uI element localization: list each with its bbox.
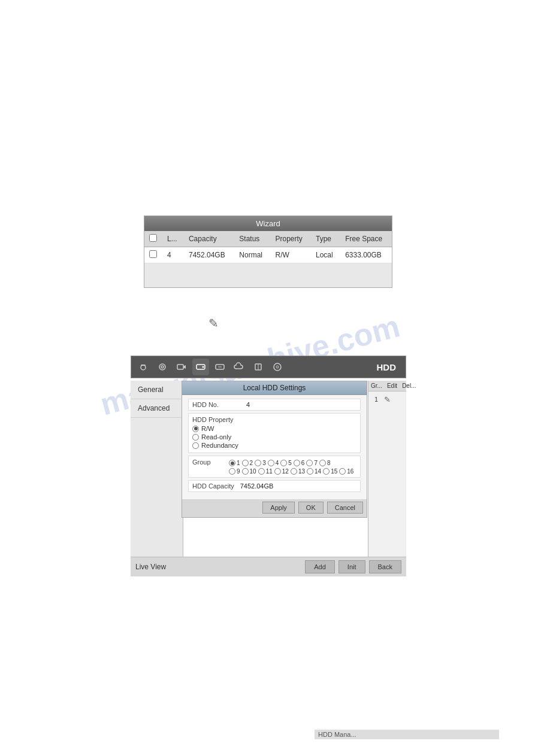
- hdd-no-value: 4: [246, 401, 250, 408]
- group-8-radio[interactable]: [319, 460, 326, 466]
- group-radio-16[interactable]: 16: [339, 468, 353, 475]
- svg-rect-3: [177, 365, 183, 369]
- readonly-radio-row[interactable]: Read-only: [192, 433, 356, 441]
- group-radio-3[interactable]: 3: [255, 460, 266, 466]
- dialog-buttons: Apply OK Cancel: [182, 499, 367, 517]
- group-15-label: 15: [331, 468, 337, 475]
- group-9-radio[interactable]: [229, 468, 235, 475]
- video-icon[interactable]: [173, 359, 190, 375]
- group-radio-2[interactable]: 2: [242, 460, 253, 466]
- local-hdd-dialog: Local HDD Settings HDD No. 4 HDD Propert…: [182, 381, 367, 518]
- group-radio-10[interactable]: 10: [242, 468, 256, 475]
- row-property: R/W: [270, 247, 310, 263]
- group-9-label: 9: [237, 468, 240, 475]
- group-radio-15[interactable]: 15: [323, 468, 337, 475]
- readonly-radio[interactable]: [192, 434, 199, 441]
- hdd-property-section: HDD Property R/W Read-only Redundancy: [188, 413, 361, 453]
- group-radio-11[interactable]: 11: [258, 468, 273, 475]
- group-radio-14[interactable]: 14: [307, 468, 321, 475]
- camera-icon[interactable]: [135, 359, 152, 375]
- row-checkbox[interactable]: [144, 247, 162, 263]
- group-radio-13[interactable]: 13: [291, 468, 305, 475]
- group-radio-5[interactable]: 5: [280, 460, 292, 466]
- row-select-checkbox[interactable]: [149, 250, 157, 258]
- disk-icon[interactable]: [269, 359, 286, 375]
- init-button[interactable]: Init: [338, 560, 365, 573]
- local-hdd-title: Local HDD Settings: [182, 381, 367, 395]
- group-12-label: 12: [282, 468, 289, 475]
- local-hdd-body: HDD No. 4 HDD Property R/W Read-only Red…: [182, 395, 367, 499]
- back-button[interactable]: Back: [369, 560, 401, 573]
- ok-button[interactable]: OK: [298, 502, 324, 514]
- group-radio-4[interactable]: 4: [268, 460, 279, 466]
- apply-button[interactable]: Apply: [262, 502, 295, 514]
- group-3-radio[interactable]: [255, 460, 261, 466]
- group-10-label: 10: [250, 468, 256, 475]
- group-radio-6[interactable]: 6: [294, 460, 305, 466]
- group-7-radio[interactable]: [306, 460, 313, 466]
- svg-point-1: [159, 364, 165, 370]
- usb-hdd-icon[interactable]: [250, 359, 267, 375]
- group-12-radio[interactable]: [274, 468, 281, 475]
- group-radio-9[interactable]: 9: [229, 468, 240, 475]
- col-status: Status: [234, 231, 270, 247]
- edit-icon-area: ✎: [208, 316, 223, 330]
- group-radios-container: 1 2 3 4 5 6 7 8 9 10 11 12 13: [229, 459, 353, 475]
- group-radio-8[interactable]: 8: [319, 460, 331, 466]
- group-5-radio[interactable]: [280, 460, 287, 466]
- capacity-section: HDD Capacity 7452.04GB: [188, 480, 361, 492]
- svg-point-0: [141, 365, 146, 370]
- row-capacity: 7452.04GB: [184, 247, 234, 263]
- rw-radio-row[interactable]: R/W: [192, 425, 356, 432]
- wizard-footer: [144, 263, 392, 287]
- add-button[interactable]: Add: [305, 560, 335, 573]
- capacity-label: HDD Capacity: [192, 482, 234, 490]
- group-radio-12[interactable]: 12: [274, 468, 289, 475]
- group-4-label: 4: [276, 460, 279, 466]
- group-2-radio[interactable]: [242, 460, 249, 466]
- group-10-radio[interactable]: [242, 468, 249, 475]
- side-nav: General Advanced: [131, 381, 183, 558]
- network-hdd-icon[interactable]: [211, 359, 228, 375]
- redundancy-radio[interactable]: [192, 442, 199, 449]
- right-row-edit[interactable]: ✎: [382, 393, 393, 406]
- group-radio-7[interactable]: 7: [306, 460, 318, 466]
- hdd-content-tab[interactable]: HDD Mana...: [315, 730, 499, 739]
- group-15-radio[interactable]: [323, 468, 330, 475]
- group-1-radio[interactable]: [229, 460, 235, 466]
- select-all-checkbox[interactable]: [149, 234, 157, 242]
- group-11-radio[interactable]: [258, 468, 265, 475]
- group-16-label: 16: [347, 468, 353, 475]
- wizard-title: Wizard: [144, 216, 392, 231]
- right-row-del: [393, 398, 404, 402]
- group-4-radio[interactable]: [268, 460, 274, 466]
- edit-icon[interactable]: ✎: [208, 316, 223, 330]
- group-13-radio[interactable]: [291, 468, 297, 475]
- col-type: Type: [311, 231, 340, 247]
- sidebar-item-advanced[interactable]: Advanced: [131, 399, 183, 418]
- group-16-radio[interactable]: [339, 468, 346, 475]
- row-status: Normal: [234, 247, 270, 263]
- group-label: Group: [192, 459, 225, 466]
- wizard-table: L... Capacity Status Property Type Free …: [144, 231, 392, 263]
- group-5-label: 5: [288, 460, 292, 466]
- refresh-icon[interactable]: [154, 359, 171, 375]
- hdd-icon[interactable]: [192, 359, 209, 375]
- right-panel-header: Gr... Edit Del...: [368, 381, 406, 391]
- sidebar-item-general[interactable]: General: [131, 381, 183, 399]
- live-view-label: Live View: [135, 563, 166, 571]
- group-14-radio[interactable]: [307, 468, 313, 475]
- group-6-radio[interactable]: [294, 460, 300, 466]
- cloud-hdd-icon[interactable]: [231, 359, 247, 375]
- rw-radio[interactable]: [192, 426, 199, 432]
- right-col-group: Gr...: [368, 381, 385, 391]
- cancel-button[interactable]: Cancel: [327, 502, 363, 514]
- svg-point-10: [276, 366, 279, 368]
- readonly-label: Read-only: [201, 433, 231, 441]
- toolbar-hdd-label: HDD: [377, 362, 397, 372]
- group-radio-1[interactable]: 1: [229, 460, 240, 466]
- right-col-edit: Edit: [385, 381, 400, 391]
- redundancy-radio-row[interactable]: Redundancy: [192, 442, 356, 449]
- group-11-label: 11: [266, 468, 273, 475]
- hdd-no-label: HDD No.: [192, 401, 246, 408]
